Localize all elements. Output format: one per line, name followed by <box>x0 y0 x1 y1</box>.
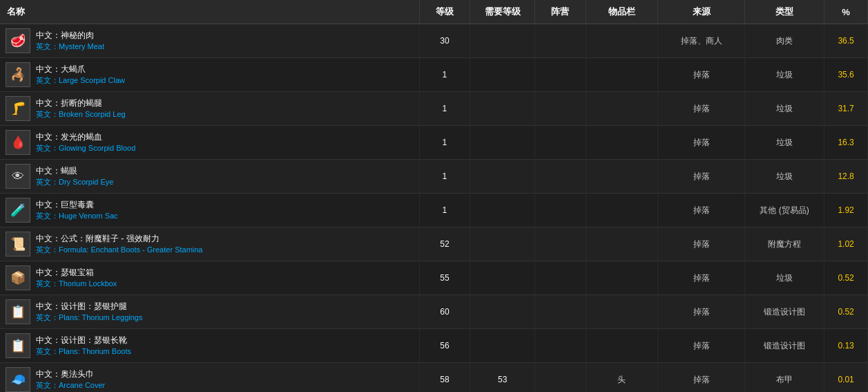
col-header-req-level[interactable]: 需要等级 <box>470 0 535 24</box>
item-type: 垃圾 <box>744 160 824 194</box>
item-req-level <box>470 92 535 126</box>
item-name-en: 英文：Plans: Thorium Boots <box>36 346 131 357</box>
item-icon: 📦 <box>6 265 30 290</box>
item-name-cell: 🥩 中文：神秘的肉 英文：Mystery Meat <box>0 24 419 58</box>
table-row[interactable]: 📋 中文：设计图：瑟银长靴 英文：Plans: Thorium Boots 56… <box>0 329 868 363</box>
item-percent: 0.13 <box>824 329 868 363</box>
item-camp <box>535 329 586 363</box>
item-icon: 🧢 <box>6 367 30 392</box>
item-percent: 1.92 <box>824 194 868 227</box>
item-name-cn: 中文：设计图：瑟银长靴 <box>36 335 131 346</box>
item-name-en: 英文：Huge Venom Sac <box>36 211 118 221</box>
item-name-cell: 👁 中文：蝎眼 英文：Dry Scorpid Eye <box>0 160 419 194</box>
item-name-en: 英文：Glowing Scorpid Blood <box>36 143 135 153</box>
item-source: 掉落、商人 <box>658 24 745 58</box>
item-type: 垃圾 <box>744 58 824 92</box>
item-level: 1 <box>419 194 470 227</box>
item-names: 中文：设计图：瑟银护腿 英文：Plans: Thorium Leggings <box>36 301 142 323</box>
item-level: 56 <box>419 329 470 363</box>
item-req-level <box>470 58 535 92</box>
item-level: 1 <box>419 126 470 160</box>
item-type: 垃圾 <box>744 92 824 126</box>
item-percent: 35.6 <box>824 58 868 92</box>
table-row[interactable]: 🥩 中文：神秘的肉 英文：Mystery Meat 30掉落、商人肉类36.5 <box>0 24 868 58</box>
item-camp <box>535 160 586 194</box>
item-source: 掉落 <box>658 329 745 363</box>
col-header-percent[interactable]: % <box>824 0 868 24</box>
item-slot <box>586 295 658 329</box>
item-name-en: 英文：Plans: Thorium Leggings <box>36 312 142 323</box>
item-percent: 0.52 <box>824 261 868 295</box>
item-name-en: 英文：Formula: Enchant Boots - Greater Stam… <box>36 245 202 255</box>
col-header-level[interactable]: 等级 <box>419 0 470 24</box>
item-type: 布甲 <box>744 363 824 393</box>
item-type: 肉类 <box>744 24 824 58</box>
col-header-source[interactable]: 来源 <box>658 0 745 24</box>
item-level: 55 <box>419 261 470 295</box>
item-req-level <box>470 261 535 295</box>
item-name-cell: 🦂 中文：大蝎爪 英文：Large Scorpid Claw <box>0 58 419 92</box>
item-name-en: 英文：Dry Scorpid Eye <box>36 177 113 187</box>
item-camp <box>535 194 586 227</box>
item-name-cell: 🩸 中文：发光的蝎血 英文：Glowing Scorpid Blood <box>0 126 419 160</box>
item-name-cn: 中文：神秘的肉 <box>36 30 104 41</box>
item-slot <box>586 329 658 363</box>
item-icon: 👁 <box>6 164 30 189</box>
table-row[interactable]: 🧪 中文：巨型毒囊 英文：Huge Venom Sac 1掉落其他 (贸易品)1… <box>0 194 868 227</box>
item-name-cell: 📜 中文：公式：附魔鞋子 - 强效耐力 英文：Formula: Enchant … <box>0 227 419 261</box>
item-slot <box>586 160 658 194</box>
item-name-cell: 📋 中文：设计图：瑟银长靴 英文：Plans: Thorium Boots <box>0 329 419 363</box>
item-slot <box>586 261 658 295</box>
table-row[interactable]: 🧢 中文：奥法头巾 英文：Arcane Cover 5853头掉落布甲0.01 <box>0 363 868 393</box>
item-icon: 📜 <box>6 232 30 256</box>
item-req-level <box>470 194 535 227</box>
item-percent: 0.52 <box>824 295 868 329</box>
col-header-camp[interactable]: 阵营 <box>535 0 586 24</box>
item-type: 其他 (贸易品) <box>744 194 824 227</box>
item-req-level <box>470 329 535 363</box>
item-slot <box>586 58 658 92</box>
item-type: 锻造设计图 <box>744 295 824 329</box>
item-names: 中文：蝎眼 英文：Dry Scorpid Eye <box>36 165 113 187</box>
item-names: 中文：发光的蝎血 英文：Glowing Scorpid Blood <box>36 131 135 153</box>
loot-table: 名称 等级 需要等级 阵营 物品栏 来源 类型 % 🥩 中文：神秘的肉 英文：M… <box>0 0 868 392</box>
col-header-type[interactable]: 类型 <box>744 0 824 24</box>
item-camp <box>535 92 586 126</box>
col-header-name[interactable]: 名称 <box>0 0 419 24</box>
table-row[interactable]: 📦 中文：瑟银宝箱 英文：Thorium Lockbox 55掉落垃圾0.52 <box>0 261 868 295</box>
item-slot: 头 <box>586 363 658 393</box>
item-source: 掉落 <box>658 194 745 227</box>
item-req-level <box>470 295 535 329</box>
table-row[interactable]: 🦵 中文：折断的蝎腿 英文：Broken Scorpid Leg 1掉落垃圾31… <box>0 92 868 126</box>
item-name-cn: 中文：奥法头巾 <box>36 368 105 380</box>
item-req-level <box>470 24 535 58</box>
table-row[interactable]: 📜 中文：公式：附魔鞋子 - 强效耐力 英文：Formula: Enchant … <box>0 227 868 261</box>
table-row[interactable]: 👁 中文：蝎眼 英文：Dry Scorpid Eye 1掉落垃圾12.8 <box>0 160 868 194</box>
item-percent: 31.7 <box>824 92 868 126</box>
item-level: 58 <box>419 363 470 393</box>
item-name-en: 英文：Thorium Lockbox <box>36 279 117 289</box>
table-row[interactable]: 🩸 中文：发光的蝎血 英文：Glowing Scorpid Blood 1掉落垃… <box>0 126 868 160</box>
item-camp <box>535 295 586 329</box>
item-icon: 📋 <box>6 333 30 358</box>
item-name-cn: 中文：瑟银宝箱 <box>36 267 117 279</box>
item-slot <box>586 24 658 58</box>
item-name-cn: 中文：巨型毒囊 <box>36 199 118 211</box>
item-type: 附魔方程 <box>744 227 824 261</box>
item-percent: 16.3 <box>824 126 868 160</box>
item-icon: 🧪 <box>6 198 30 223</box>
item-source: 掉落 <box>658 261 745 295</box>
table-row[interactable]: 📋 中文：设计图：瑟银护腿 英文：Plans: Thorium Leggings… <box>0 295 868 329</box>
table-row[interactable]: 🦂 中文：大蝎爪 英文：Large Scorpid Claw 1掉落垃圾35.6 <box>0 58 868 92</box>
item-name-cell: 🦵 中文：折断的蝎腿 英文：Broken Scorpid Leg <box>0 92 419 126</box>
col-header-slot[interactable]: 物品栏 <box>586 0 658 24</box>
item-percent: 0.01 <box>824 363 868 393</box>
item-name-en: 英文：Arcane Cover <box>36 380 105 391</box>
item-type: 垃圾 <box>744 261 824 295</box>
item-names: 中文：设计图：瑟银长靴 英文：Plans: Thorium Boots <box>36 335 131 357</box>
item-req-level <box>470 160 535 194</box>
item-level: 52 <box>419 227 470 261</box>
item-icon: 🥩 <box>6 28 30 53</box>
item-source: 掉落 <box>658 160 745 194</box>
item-slot <box>586 126 658 160</box>
